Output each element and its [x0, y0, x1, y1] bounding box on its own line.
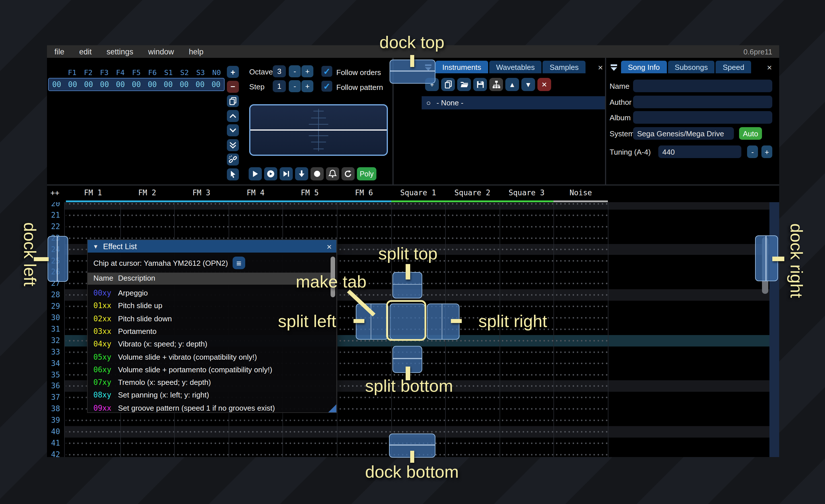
- record-button[interactable]: [310, 167, 324, 180]
- channel-header-fm-2[interactable]: FM 2: [120, 185, 174, 202]
- follow-pattern-checkbox[interactable]: ✓: [321, 81, 332, 92]
- album-field[interactable]: [633, 111, 772, 124]
- author-field[interactable]: [633, 96, 772, 108]
- tab-samples[interactable]: Samples: [543, 61, 586, 73]
- follow-orders-checkbox[interactable]: ✓: [321, 66, 332, 77]
- menu-window[interactable]: window: [141, 45, 181, 58]
- effect-row[interactable]: 05xyVolume slide + vibrato (compatibilit…: [88, 351, 332, 364]
- remove-order-button[interactable]: −: [227, 80, 239, 92]
- close-icon[interactable]: ×: [326, 241, 332, 251]
- step-value[interactable]: 1: [273, 80, 286, 92]
- order-row-selected[interactable]: 0000000000000000000000: [48, 78, 225, 91]
- effect-row[interactable]: 00xyArpeggio: [88, 287, 332, 300]
- duplicate-order-end-button[interactable]: [227, 139, 239, 151]
- polyphony-toggle-button[interactable]: Poly: [357, 167, 376, 180]
- order-cell[interactable]: 00: [112, 80, 129, 89]
- step-row-button[interactable]: [295, 167, 308, 180]
- pattern-row[interactable]: 39: [47, 415, 779, 426]
- tuning-decrement-button[interactable]: -: [747, 146, 758, 158]
- open-instrument-button[interactable]: [457, 78, 471, 91]
- effect-list-scrollbar-thumb[interactable]: [330, 257, 335, 297]
- move-instrument-up-button[interactable]: ▲: [505, 78, 519, 91]
- step-increment-button[interactable]: +: [301, 80, 313, 92]
- tuning-field[interactable]: 440: [658, 146, 741, 158]
- play-from-cursor-button[interactable]: [280, 167, 293, 180]
- toggle-folders-button[interactable]: [489, 78, 503, 91]
- play-pattern-button[interactable]: [264, 167, 277, 180]
- order-cell[interactable]: 00: [176, 80, 192, 89]
- order-cell[interactable]: 00: [96, 80, 112, 89]
- channel-header-fm-6[interactable]: FM 6: [337, 185, 391, 202]
- effect-row[interactable]: 01xxPitch slide up: [88, 300, 332, 313]
- system-field[interactable]: Sega Genesis/Mega Drive: [633, 127, 734, 140]
- hamburger-menu-icon[interactable]: ≡: [233, 257, 245, 269]
- effect-row[interactable]: 09xxSet groove pattern (speed 1 if no gr…: [88, 402, 332, 415]
- pattern-row[interactable]: 42: [47, 449, 779, 457]
- pattern-row[interactable]: 40: [47, 426, 779, 437]
- channel-header-fm-4[interactable]: FM 4: [229, 185, 283, 202]
- effect-row[interactable]: 08xySet panning (x: left; y: right): [88, 389, 332, 402]
- channel-header-square-2[interactable]: Square 2: [445, 185, 499, 202]
- delete-instrument-button[interactable]: ✕: [537, 78, 551, 91]
- move-order-up-button[interactable]: [227, 110, 239, 122]
- effect-row[interactable]: 07xyTremolo (x: speed; y: depth): [88, 376, 332, 389]
- order-cell[interactable]: 00: [160, 80, 176, 89]
- duplicate-instrument-button[interactable]: [441, 78, 455, 91]
- channel-header-noise[interactable]: Noise: [554, 185, 608, 202]
- order-cell[interactable]: 00: [80, 80, 96, 89]
- move-order-down-button[interactable]: [227, 124, 239, 136]
- order-cell[interactable]: 00: [144, 80, 160, 89]
- close-icon[interactable]: ×: [596, 63, 605, 72]
- play-button[interactable]: [249, 167, 262, 180]
- move-instrument-down-button[interactable]: ▼: [521, 78, 535, 91]
- instrument-list-item[interactable]: ○ - None -: [422, 96, 605, 109]
- pattern-scrollbar-track[interactable]: [769, 185, 779, 457]
- menu-settings[interactable]: settings: [99, 45, 141, 58]
- octave-increment-button[interactable]: +: [301, 65, 313, 77]
- collapse-triangle-icon[interactable]: ▼: [93, 243, 98, 249]
- channel-header-fm-3[interactable]: FM 3: [174, 185, 228, 202]
- window-menu-icon[interactable]: [607, 61, 620, 73]
- pattern-row[interactable]: 21: [47, 209, 779, 221]
- add-channel-button[interactable]: ++: [51, 188, 59, 197]
- resize-grip[interactable]: [328, 404, 336, 412]
- order-edit-mode-button[interactable]: [227, 168, 239, 180]
- pattern-scrollbar-thumb[interactable]: [762, 237, 768, 294]
- effect-list-titlebar[interactable]: ▼ Effect List ×: [88, 240, 336, 253]
- order-cell[interactable]: 00: [128, 80, 144, 89]
- channel-header-fm-1[interactable]: FM 1: [66, 185, 120, 202]
- effect-row[interactable]: 06xyVolume slide + portamento (compatibi…: [88, 364, 332, 376]
- tuning-increment-button[interactable]: +: [761, 146, 772, 158]
- effect-row[interactable]: 02xxPitch slide down: [88, 313, 332, 325]
- menu-edit[interactable]: edit: [72, 45, 99, 58]
- pattern-row[interactable]: 22: [47, 221, 779, 233]
- window-menu-icon[interactable]: [422, 61, 434, 73]
- step-decrement-button[interactable]: -: [289, 80, 301, 92]
- add-instrument-button[interactable]: +: [425, 78, 439, 91]
- octave-value[interactable]: 3: [273, 65, 286, 77]
- pattern-row[interactable]: 41: [47, 437, 779, 449]
- tab-subsongs[interactable]: Subsongs: [668, 61, 715, 73]
- close-icon[interactable]: ×: [765, 63, 774, 72]
- tab-song-info[interactable]: Song Info: [621, 61, 667, 73]
- channel-header-square-1[interactable]: Square 1: [391, 185, 445, 202]
- order-cell[interactable]: 00: [208, 80, 224, 89]
- menu-help[interactable]: help: [181, 45, 211, 58]
- channel-header-fm-5[interactable]: FM 5: [283, 185, 337, 202]
- tab-speed[interactable]: Speed: [716, 61, 751, 73]
- duplicate-order-button[interactable]: [227, 95, 239, 107]
- metronome-button[interactable]: [326, 167, 339, 180]
- order-cell[interactable]: 00: [192, 80, 208, 89]
- save-instrument-button[interactable]: [473, 78, 487, 91]
- effect-row[interactable]: 04xyVibrato (x: speed; y: depth): [88, 338, 332, 351]
- deep-clone-order-button[interactable]: [227, 154, 239, 166]
- name-field[interactable]: [633, 80, 772, 92]
- auto-system-button[interactable]: Auto: [739, 127, 762, 140]
- menu-file[interactable]: file: [47, 45, 72, 58]
- order-cell[interactable]: 00: [65, 80, 81, 89]
- tab-wavetables[interactable]: Wavetables: [489, 61, 542, 73]
- effect-row[interactable]: 03xxPortamento: [88, 325, 332, 338]
- tab-instruments[interactable]: Instruments: [435, 61, 488, 73]
- octave-decrement-button[interactable]: -: [289, 65, 301, 77]
- channel-header-square-3[interactable]: Square 3: [500, 185, 554, 202]
